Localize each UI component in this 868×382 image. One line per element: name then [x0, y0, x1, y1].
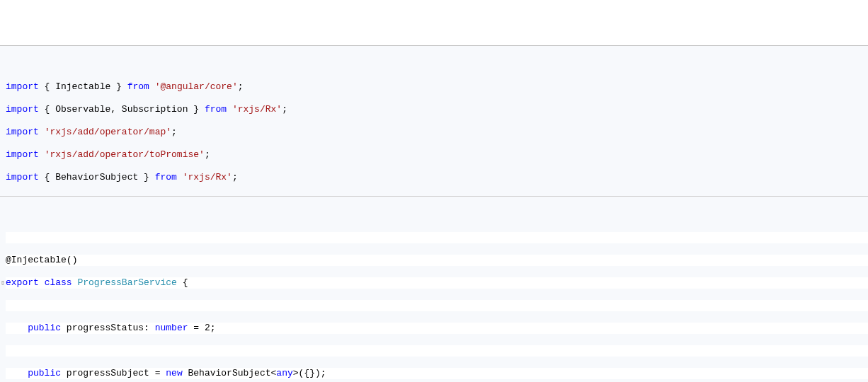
gutter: [0, 255, 6, 266]
gutter: [0, 104, 6, 115]
gutter: [0, 81, 6, 93]
code-line: public progressSubject = new BehaviorSub…: [6, 368, 868, 379]
code-line: import { Injectable } from '@angular/cor…: [6, 81, 868, 93]
gutter: [0, 323, 6, 334]
gutter: [0, 172, 6, 183]
code-line: import { BehaviorSubject } from 'rxjs/Rx…: [6, 172, 868, 183]
gutter: [0, 127, 6, 138]
code-line: [6, 300, 868, 311]
code-line: [6, 232, 868, 243]
code-line: import 'rxjs/add/operator/toPromise';: [6, 149, 868, 161]
gutter: [0, 368, 6, 379]
code-line: import { Observable, Subscription } from…: [6, 104, 868, 115]
gutter: [0, 345, 6, 357]
code-line: export class ProgressBarService {: [6, 277, 868, 289]
gutter: [0, 149, 6, 161]
code-editor[interactable]: import { Injectable } from '@angular/cor…: [0, 45, 868, 382]
code-line: import 'rxjs/add/operator/map';: [6, 127, 868, 138]
class-block: @Injectable() ▯export class ProgressBarS…: [0, 219, 868, 382]
import-block: import { Injectable } from '@angular/cor…: [0, 70, 868, 197]
gutter: [0, 300, 6, 311]
code-line: @Injectable(): [6, 255, 868, 266]
gutter: [0, 232, 6, 243]
code-line: [6, 345, 868, 357]
fold-icon[interactable]: ▯: [0, 277, 6, 289]
code-line: public progressStatus: number = 2;: [6, 323, 868, 334]
